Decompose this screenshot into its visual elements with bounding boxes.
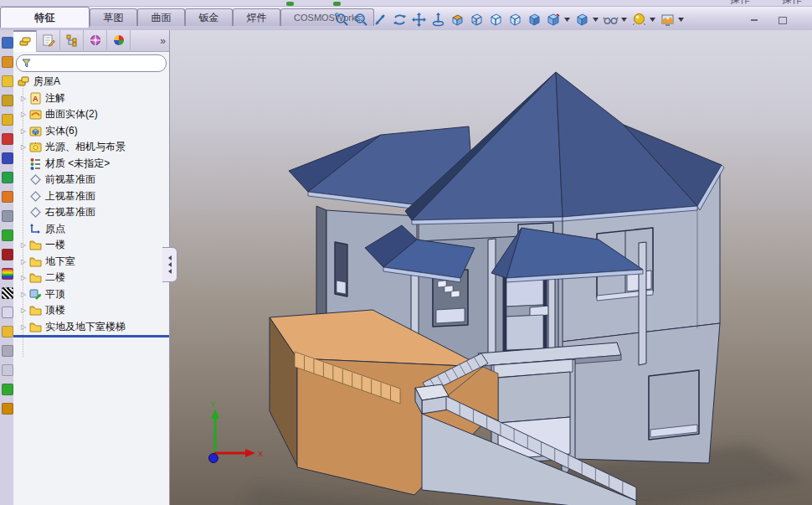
tree-item-label: 前视基准面 [45,173,95,187]
strip-draft-icon[interactable] [2,191,13,203]
pan-icon[interactable] [409,10,428,28]
expander-icon[interactable]: ▷ [18,143,28,151]
restore-button[interactable] [776,14,789,26]
command-tab-2[interactable]: 草图 [90,8,137,26]
apply-scene-dropdown[interactable] [677,10,685,28]
zoom-to-fit-icon[interactable] [332,10,351,28]
strip-dimension-icon[interactable] [2,56,13,68]
standard-views-dropdown[interactable] [563,10,571,28]
dimxpertmanager-tab[interactable] [84,30,107,50]
feature-manager-panel: » 房屋A▷A注解▷曲面实体(2)▷实体(6)▷光源、相机与布景材质 <未指定>… [13,30,170,505]
tree-item-label: 上视基准面 [45,189,95,204]
expander-icon[interactable]: ▷ [18,258,28,265]
annotations-icon: A [28,92,43,105]
strip-clock-icon[interactable] [2,114,13,126]
tree-item-root[interactable]: 房屋A [13,74,169,90]
expander-icon[interactable]: ▷ [18,323,28,331]
appearances-icon[interactable] [630,10,648,28]
expander-icon[interactable]: ▷ [18,111,28,118]
strip-revolve-icon[interactable] [2,95,13,106]
display-style-dropdown[interactable] [592,10,599,28]
tree-item-6[interactable]: 前视基准面 [13,172,169,188]
strip-appearance-icon[interactable] [2,268,13,280]
featuremanager-tab[interactable] [13,30,37,52]
tree-item-13[interactable]: ▷平顶 [13,286,169,303]
tree-item-label: 光源、相机与布景 [45,140,126,154]
strip-error-icon[interactable] [2,249,13,260]
tree-item-1[interactable]: ▷A注解 [13,90,169,107]
hide-show-items-dropdown[interactable] [620,10,628,28]
hidden-lines-visible-cube-icon[interactable] [506,10,524,28]
strip-check-icon[interactable] [2,229,13,241]
strip-angle-icon[interactable] [2,364,13,376]
hide-show-items-icon[interactable] [601,10,619,28]
folder-icon [28,239,43,251]
tree-item-11[interactable]: ▷地下室 [13,254,169,271]
rotate-about-axis-icon[interactable] [429,10,447,28]
strip-loft-icon[interactable] [2,403,13,415]
strip-box-icon[interactable] [2,326,13,338]
propertymanager-tab[interactable] [37,30,60,50]
appearances-dropdown[interactable] [649,10,656,28]
command-tab-5[interactable]: 焊件 [233,8,280,26]
house-model[interactable]: Y X [180,30,812,505]
strip-extrude-icon[interactable] [2,75,13,87]
strip-shell-icon[interactable] [2,210,13,222]
expander-icon[interactable]: ▷ [18,241,28,249]
tree-item-7[interactable]: 上视基准面 [13,188,169,205]
strip-sketch-icon[interactable] [2,37,13,49]
tree-item-2[interactable]: ▷曲面实体(2) [13,106,169,123]
strip-sphere-icon[interactable] [2,384,13,395]
tree-item-3[interactable]: ▷实体(6) [13,123,169,140]
expander-icon[interactable]: ▷ [18,95,28,102]
expander-icon[interactable]: ▷ [18,127,28,135]
tree-item-4[interactable]: ▷光源、相机与布景 [13,139,169,156]
command-tab-4[interactable]: 钣金 [185,8,233,26]
tree-item-5[interactable]: 材质 <未指定> [13,156,169,173]
tree-item-14[interactable]: ▷顶楼 [13,302,169,319]
solidworks-window: 操作 操作 特征草图曲面钣金焊件COSMOSWorks » 房屋A▷A注解▷曲面… [0,0,812,505]
panel-tabs-overflow[interactable]: » [160,35,166,47]
feature-icon [28,288,43,301]
rotate-view-icon[interactable] [390,10,409,28]
displaymanager-tab[interactable] [107,30,131,50]
configurationmanager-tab[interactable] [60,30,84,50]
strip-column-icon[interactable] [2,345,13,357]
filter-input[interactable] [33,56,166,70]
zoom-to-area-icon[interactable] [352,10,370,28]
clipped-toolbar-row: 操作 操作 [0,0,812,7]
shaded-cube-icon[interactable] [525,10,543,28]
clipped-label: 操作 [782,0,802,7]
tree-item-label: 右视基准面 [45,205,95,219]
tree-item-9[interactable]: 原点 [13,221,169,238]
minimize-button[interactable] [748,14,761,26]
strip-assembly-icon[interactable] [2,152,13,164]
tree-item-label: 顶楼 [45,303,65,317]
expander-icon[interactable]: ▷ [18,307,28,314]
hidden-lines-cube-icon[interactable] [486,10,505,28]
entry-door [503,273,549,353]
expander-icon[interactable]: ▷ [18,291,28,298]
zoom-in-out-icon[interactable] [371,10,389,28]
apply-scene-icon[interactable] [658,10,676,28]
tree-item-10[interactable]: ▷一楼 [13,237,169,254]
standard-views-icon[interactable] [544,10,563,28]
rollback-bar[interactable] [13,335,169,338]
section-view-icon[interactable] [448,10,466,28]
strip-fillet-icon[interactable] [2,172,13,183]
folder-icon [28,304,43,317]
viewport-3d[interactable]: Y X [170,30,812,505]
expander-icon[interactable]: ▷ [18,274,28,281]
panel-splitter-handle[interactable] [162,247,177,282]
strip-mate-icon[interactable] [2,133,13,145]
command-tab-3[interactable]: 曲面 [137,8,185,26]
command-tab-1[interactable]: 特征 [0,7,90,28]
tree-item-8[interactable]: 右视基准面 [13,204,169,221]
tree-item-12[interactable]: ▷二楼 [13,270,169,286]
wireframe-cube-icon[interactable] [467,10,486,28]
tree-filter[interactable] [16,54,167,72]
strip-zebra-icon[interactable] [2,287,13,299]
display-style-icon[interactable] [573,10,591,28]
tree-item-15[interactable]: ▷实地及地下室楼梯 [13,319,169,336]
strip-button-icon[interactable] [2,307,13,318]
